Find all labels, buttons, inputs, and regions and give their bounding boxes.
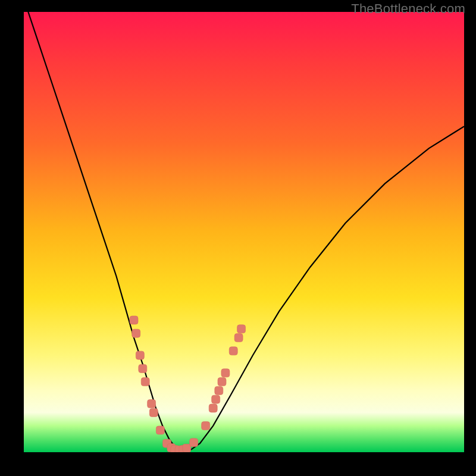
curve-marker (132, 329, 140, 337)
curve-marker (136, 351, 144, 359)
curve-marker (148, 400, 156, 408)
curve-marker (139, 364, 147, 372)
curve-marker (156, 426, 164, 434)
watermark-text: TheBottleneck.com (351, 1, 465, 17)
curve-marker (229, 347, 237, 355)
curve-marker (130, 316, 138, 324)
marker-group (130, 316, 246, 452)
curve-marker (221, 369, 230, 377)
curve-marker (212, 395, 220, 403)
curve-marker (202, 422, 210, 430)
curve-marker (237, 325, 246, 333)
curve-marker (190, 439, 198, 447)
curve-marker (234, 334, 243, 342)
chart-svg (24, 12, 464, 452)
plot-area (24, 12, 464, 452)
chart-frame: TheBottleneck.com (0, 0, 476, 476)
curve-marker (218, 378, 226, 386)
curve-marker (209, 404, 217, 412)
curve-marker (141, 378, 149, 386)
curve-marker (215, 386, 223, 394)
bottleneck-curve (24, 12, 464, 451)
curve-marker (149, 408, 158, 416)
